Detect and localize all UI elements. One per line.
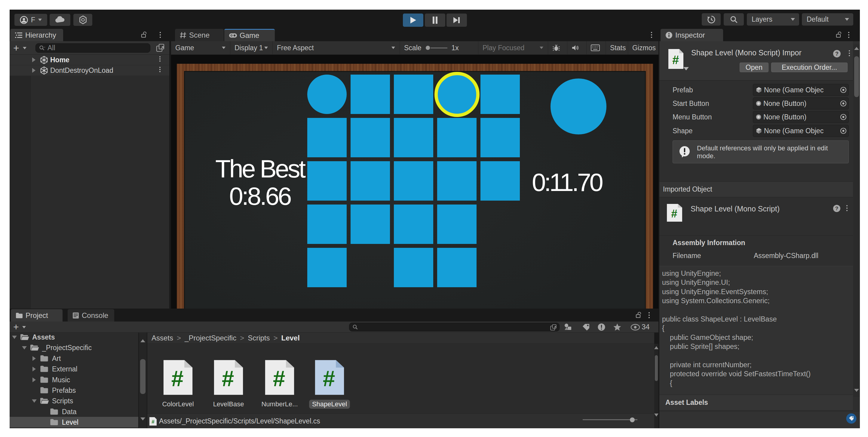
board-square-r2c2[interactable] [394,161,433,201]
board-square-r1c2[interactable] [394,118,433,157]
board-square-r4c0[interactable] [307,248,347,287]
ddol-row-dots-icon[interactable] [159,67,160,72]
start-button-picker-icon[interactable] [840,100,847,109]
favorites-icon[interactable] [613,323,621,331]
tab-project[interactable]: Project [11,309,63,321]
breadcrumb-item-assets[interactable]: Assets [152,334,173,342]
hierarchy-add-caret-icon[interactable] [23,47,27,49]
tab-scene[interactable]: Scene [175,29,224,41]
project-tree-item-data[interactable]: Data [10,406,138,417]
aspect-dropdown[interactable]: Free Aspect [273,41,399,54]
importer-menu-icon[interactable] [849,50,850,56]
project-menu-icon[interactable] [649,312,650,318]
breadcrumb-item-projectspecific[interactable]: _ProjectSpecific [185,334,236,342]
file-item-levelbase[interactable]: #LevelBase [206,359,251,409]
script-icon-caret[interactable] [683,67,689,70]
visibility-eye-icon[interactable] [630,324,640,330]
project-search-input[interactable] [349,323,560,331]
file-item-shapelevel[interactable]: #ShapeLevel [307,359,352,409]
board-square-r0c1[interactable] [350,75,390,114]
hierarchy-lock-icon[interactable] [141,31,147,40]
board-square-r1c1[interactable] [350,118,390,157]
project-search-popout-icon[interactable] [550,324,557,332]
hierarchy-item-home[interactable]: Home [10,55,169,65]
start-button-object-field[interactable]: None (Button) [753,97,849,110]
inspector-menu-icon[interactable] [848,32,849,38]
tab-hierarchy[interactable]: Hierarchy [10,29,63,41]
project-add-button[interactable]: + [13,323,19,331]
collapse-icon[interactable] [22,346,27,349]
play-focused-dropdown[interactable]: Play Focused [478,41,548,54]
board-square-r1c3[interactable] [437,118,476,157]
project-tree-item-art[interactable]: Art [10,353,138,363]
expand-icon[interactable] [32,377,36,382]
collapse-icon[interactable] [32,400,37,403]
board-square-r1c4[interactable] [480,118,520,157]
file-item-numberle[interactable]: #NumberLe... [257,359,302,409]
file-item-colorlevel[interactable]: #ColorLevel [156,359,200,409]
breadcrumb-item-scripts[interactable]: Scripts [248,334,270,342]
menu-button-picker-icon[interactable] [840,113,847,122]
search-by-type-icon[interactable] [564,323,572,331]
asset-label-tag-button[interactable] [846,413,857,426]
hierarchy-item-dontdestroyonload[interactable]: DontDestroyOnLoad [10,65,169,76]
hierarchy-add-button[interactable]: + [13,43,19,52]
project-tree-scrollbar[interactable] [139,332,147,428]
board-square-r3c0[interactable] [307,205,347,244]
project-tree-item-assets[interactable]: Assets [10,332,138,342]
project-lock-icon[interactable] [635,312,642,321]
cloud-button[interactable] [50,14,70,26]
project-tree-item-_projectspecific[interactable]: _ProjectSpecific [10,342,138,353]
board-square-r1c0[interactable] [307,118,347,157]
breadcrumb-item-level[interactable]: Level [281,334,300,342]
project-tree-item-music[interactable]: Music [10,374,138,385]
hierarchy-search-input[interactable]: All [35,43,150,53]
step-button[interactable] [446,13,467,27]
board-square-r2c1[interactable] [350,161,390,201]
shape-picker-icon[interactable] [840,127,847,136]
version-control-button[interactable] [73,14,92,26]
account-button[interactable]: F [14,14,47,26]
home-row-dots-icon[interactable] [159,56,160,62]
gizmos-dropdown[interactable]: Gizmos [628,41,658,54]
execution-order-button[interactable]: Execution Order... [771,63,847,72]
board-circle-r0c0[interactable] [307,75,347,114]
open-button[interactable]: Open [740,63,769,72]
board-square-r2c3[interactable] [437,161,476,201]
shape-object-field[interactable]: None (Game Objec [753,125,849,137]
device-input-button[interactable] [587,41,605,54]
menu-button-object-field[interactable]: None (Button) [753,111,849,123]
project-tree-item-prefabs[interactable]: Prefabs [10,385,138,396]
expand-icon[interactable] [32,356,36,361]
project-tree-item-external[interactable]: External [10,363,138,374]
inspector-scrollbar[interactable] [853,44,860,397]
board-square-r4c2[interactable] [394,248,433,287]
board-square-r3c3[interactable] [437,205,476,244]
inspector-lock-icon[interactable] [836,31,842,40]
hierarchy-popout-icon[interactable] [156,43,165,54]
pause-button[interactable] [425,13,445,27]
layers-dropdown[interactable]: Layers [747,13,799,26]
project-tree-item-level[interactable]: Level [10,417,138,427]
tab-inspector[interactable]: Inspector [660,29,723,41]
debug-button[interactable] [548,41,567,54]
display-dropdown[interactable]: Display 1 [230,41,272,54]
prefab-picker-icon[interactable] [840,86,847,95]
board-square-r0c4[interactable] [480,75,520,114]
stats-button[interactable]: Stats [606,41,627,54]
ddol-expand-icon[interactable] [32,68,35,73]
grid-zoom-slider[interactable] [583,417,638,422]
home-expand-icon[interactable] [32,57,35,62]
search-button[interactable] [724,13,744,26]
board-square-r0c2[interactable] [394,75,433,114]
search-by-label-icon[interactable] [582,323,590,331]
big-circle-shape[interactable] [551,79,607,135]
board-square-r4c3[interactable] [437,248,476,287]
board-square-r3c2[interactable] [394,205,433,244]
imported-menu-icon[interactable] [846,205,847,211]
scale-slider[interactable] [426,46,447,50]
files-scrollbar[interactable] [654,344,658,428]
prefab-object-field[interactable]: None (Game Objec [753,84,849,96]
board-square-r3c1[interactable] [350,205,390,244]
imported-help-icon[interactable]: ? [833,205,841,214]
